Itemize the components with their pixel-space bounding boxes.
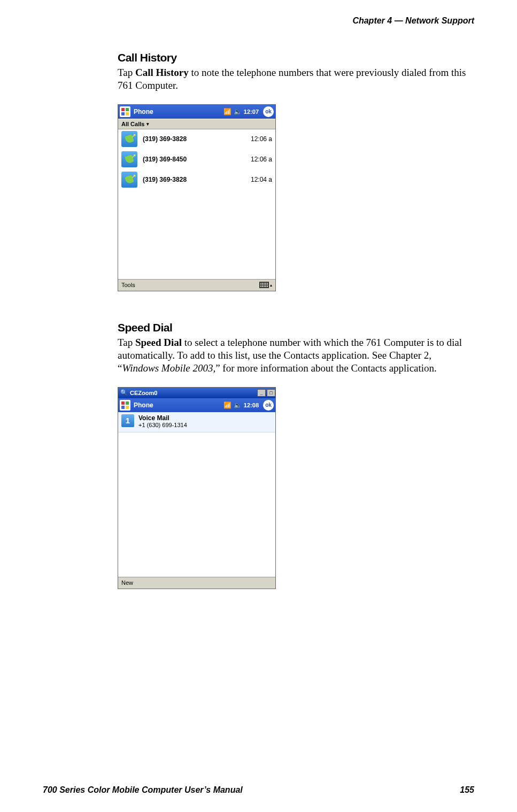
svg-rect-5 (126, 401, 129, 405)
section-name: Network Support (405, 16, 474, 25)
speed-dial-row[interactable]: 1 Voice Mail +1 (630) 699-1314 (118, 412, 275, 432)
svg-rect-0 (121, 108, 125, 111)
page-header: Chapter 4 — Network Support (43, 16, 474, 26)
call-number: (319) 369-3828 (143, 176, 251, 183)
filter-label: All Calls (121, 121, 144, 127)
chevron-down-icon: ▾ (146, 121, 149, 127)
start-icon[interactable] (120, 106, 130, 117)
call-history-title: Call History (118, 51, 469, 64)
svg-rect-6 (121, 406, 125, 409)
call-history-bold: Call History (135, 67, 189, 78)
ok-button[interactable]: ok (263, 400, 274, 411)
signal-icon: 📶 (223, 108, 232, 115)
call-history-screenshot: Phone 📶 🔈 12:07 ok All Calls ▾ ↗ (319) 3… (118, 104, 276, 291)
call-time: 12:04 a (251, 176, 272, 183)
filter-bar[interactable]: All Calls ▾ (118, 119, 275, 129)
speed-dial-bold: Speed Dial (135, 337, 182, 348)
content: Call History Tap Call History to note th… (118, 51, 469, 619)
svg-rect-7 (126, 406, 129, 409)
svg-rect-1 (126, 108, 129, 111)
call-time: 12:06 a (251, 135, 272, 143)
signal-icon: 📶 (223, 401, 232, 409)
status-time: 12:07 (244, 109, 259, 115)
outgoing-call-icon: ↗ (121, 131, 137, 147)
call-number: (319) 369-3828 (143, 135, 251, 143)
call-list: ↗ (319) 369-3828 12:06 a ↗ (319) 369-845… (118, 129, 275, 279)
bottom-bar: New (118, 577, 275, 589)
speed-dial-name: Voice Mail (138, 414, 187, 422)
page-footer: 700 Series Color Mobile Computer User’s … (43, 785, 474, 795)
speed-dial-title: Speed Dial (118, 321, 469, 334)
status-bar: Phone 📶 🔈 12:08 ok (118, 398, 275, 412)
call-time: 12:06 a (251, 156, 272, 163)
call-row[interactable]: ↗ (319) 369-8450 12:06 a (118, 150, 275, 170)
call-number: (319) 369-8450 (143, 156, 251, 163)
bottom-bar: Tools ▴ (118, 279, 275, 291)
window-titlebar: 🔍 CEZoom0 _ □ (118, 388, 275, 398)
speed-dial-list: 1 Voice Mail +1 (630) 699-1314 (118, 412, 275, 577)
chapter-label: Chapter (352, 16, 384, 25)
speed-dial-screenshot: 🔍 CEZoom0 _ □ Phone 📶 🔈 12:08 ok (118, 387, 276, 589)
footer-title: 700 Series Color Mobile Computer User’s … (43, 785, 243, 795)
svg-rect-4 (121, 401, 125, 405)
call-history-text: Tap Call History to note the telephone n… (118, 66, 469, 92)
speed-dial-text: Tap Speed Dial to select a telephone num… (118, 336, 469, 375)
chapter-num: 4 (387, 16, 392, 25)
keyboard-icon[interactable]: ▴ (259, 282, 272, 288)
magnifier-icon: 🔍 (120, 389, 128, 397)
page-number: 155 (460, 785, 474, 795)
status-icons: 📶 🔈 12:07 ok (223, 106, 274, 117)
speaker-icon: 🔈 (234, 401, 242, 409)
new-menu[interactable]: New (121, 579, 133, 586)
status-icons: 📶 🔈 12:08 ok (223, 400, 274, 411)
speed-dial-info: Voice Mail +1 (630) 699-1314 (138, 414, 187, 428)
tools-menu[interactable]: Tools (121, 282, 135, 288)
slot-badge: 1 (121, 414, 134, 427)
call-row[interactable]: ↗ (319) 369-3828 12:06 a (118, 129, 275, 150)
outgoing-call-icon: ↗ (121, 151, 137, 167)
status-time: 12:08 (244, 402, 259, 408)
status-bar: Phone 📶 🔈 12:07 ok (118, 105, 275, 119)
svg-rect-2 (121, 112, 125, 115)
outgoing-call-icon: ↗ (121, 172, 137, 188)
ok-button[interactable]: ok (263, 106, 274, 117)
start-icon[interactable] (120, 400, 130, 411)
app-title: Phone (134, 401, 223, 409)
minimize-button[interactable]: _ (257, 389, 266, 397)
maximize-button[interactable]: □ (267, 389, 275, 397)
app-title: Phone (134, 108, 223, 115)
speaker-icon: 🔈 (234, 108, 242, 115)
call-row[interactable]: ↗ (319) 369-3828 12:04 a (118, 170, 275, 190)
svg-rect-3 (126, 112, 129, 115)
page: Chapter 4 — Network Support Call History… (0, 0, 517, 812)
speed-dial-number: +1 (630) 699-1314 (138, 422, 187, 428)
header-dash: — (395, 16, 403, 25)
window-title: CEZoom0 (130, 390, 157, 396)
speed-dial-italic: Windows Mobile 2003, (122, 362, 215, 374)
